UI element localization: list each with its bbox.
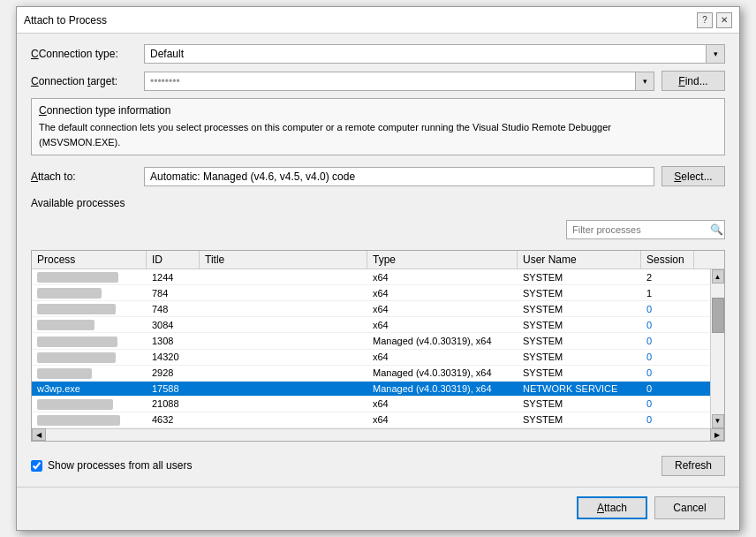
footer: Attach Cancel <box>17 487 739 530</box>
help-button[interactable]: ? <box>697 12 713 28</box>
td-process <box>32 269 147 284</box>
connection-target-row: Connection target: ▾ Find... <box>31 71 725 91</box>
col-header-type: Type <box>367 251 518 268</box>
dialog-title: Attach to Process <box>24 14 107 26</box>
table-row[interactable]: 21088 x64 SYSTEM 0 <box>32 397 710 412</box>
td-title <box>200 418 367 421</box>
td-process: w3wp.exe <box>32 382 147 396</box>
select-button[interactable]: Select... <box>662 166 725 186</box>
td-title <box>200 339 367 343</box>
filter-input[interactable] <box>566 220 725 239</box>
scroll-right-btn[interactable]: ▶ <box>710 428 724 441</box>
td-username: SYSTEM <box>518 318 641 332</box>
attach-to-label: Attach to: <box>31 170 137 183</box>
td-username: SYSTEM <box>518 286 641 300</box>
connection-target-input-wrapper: ▾ <box>144 72 654 91</box>
scroll-up-btn[interactable]: ▲ <box>712 269 724 284</box>
close-button[interactable]: ✕ <box>716 12 732 28</box>
td-username: SYSTEM <box>518 350 641 364</box>
td-type: x64 <box>367 397 518 411</box>
td-session: 1 <box>641 286 694 300</box>
td-process <box>32 333 147 348</box>
show-all-users-checkbox-label[interactable]: Show processes from all users <box>31 459 192 472</box>
td-id: 784 <box>147 286 200 300</box>
connection-target-input[interactable] <box>144 72 654 91</box>
table-header: Process ID Title Type User Name Session <box>32 251 724 269</box>
refresh-button[interactable]: Refresh <box>662 456 725 476</box>
cancel-button[interactable]: Cancel <box>654 496 725 519</box>
td-type: x64 <box>367 350 518 364</box>
col-header-title: Title <box>200 251 367 268</box>
bottom-row: Show processes from all users Refresh <box>31 456 725 476</box>
connection-info-box: Connection type information The default … <box>31 98 725 155</box>
td-session: 0 <box>641 412 694 427</box>
td-title <box>200 355 367 359</box>
connection-type-dropdown[interactable]: Default <box>144 44 725 64</box>
td-process <box>32 317 147 332</box>
td-type: x64 <box>367 270 518 284</box>
td-title <box>200 276 367 279</box>
show-all-users-checkbox[interactable] <box>31 460 42 472</box>
scroll-left-btn[interactable]: ◀ <box>32 428 46 441</box>
td-id: 2928 <box>147 366 200 380</box>
td-username: SYSTEM <box>518 366 641 380</box>
col-header-session: Session <box>641 251 694 268</box>
td-username: SYSTEM <box>518 334 641 348</box>
table-row[interactable]: 3084 x64 SYSTEM 0 <box>32 317 710 333</box>
connection-target-label: Connection target: <box>31 75 137 87</box>
table-scroll-wrapper: 1244 x64 SYSTEM 2 784 x64 SYSTEM 1 748 x… <box>32 269 724 428</box>
td-username: NETWORK SERVICE <box>518 382 641 396</box>
td-type: x64 <box>367 412 518 427</box>
table-row[interactable]: w3wp.exe 17588 Managed (v4.0.30319), x64… <box>32 382 710 397</box>
scrollbar[interactable]: ▲ ▼ <box>710 269 724 428</box>
td-username: SYSTEM <box>518 270 641 284</box>
table-row[interactable]: 4632 x64 SYSTEM 0 <box>32 412 710 428</box>
filter-input-wrapper: 🔍 <box>566 220 725 239</box>
table-row[interactable]: 748 x64 SYSTEM 0 <box>32 301 710 317</box>
connection-type-dropdown-wrapper: Default ▾ <box>144 44 725 64</box>
col-header-username: User Name <box>518 251 641 268</box>
td-process <box>32 350 147 365</box>
connection-type-label: CConnection type: <box>31 48 137 60</box>
scrollbar-thumb[interactable] <box>712 298 724 333</box>
available-processes-label: Available processes <box>31 197 725 209</box>
td-title <box>200 402 367 405</box>
search-icon: 🔍 <box>710 223 723 236</box>
attach-to-process-dialog: Attach to Process ? ✕ CConnection type: … <box>16 6 740 531</box>
show-all-users-label: Show processes from all users <box>48 459 192 472</box>
title-bar-controls: ? ✕ <box>697 12 732 28</box>
td-session: 0 <box>641 318 694 332</box>
dialog-body: CConnection type: Default ▾ Connection t… <box>17 34 739 487</box>
td-username: SYSTEM <box>518 302 641 316</box>
td-type: Managed (v4.0.30319), x64 <box>367 334 518 348</box>
td-id: 1308 <box>147 334 200 348</box>
td-id: 17588 <box>147 382 200 396</box>
td-process <box>32 366 147 381</box>
td-process <box>32 397 147 412</box>
col-header-process: Process <box>32 251 147 268</box>
table-row[interactable]: 1244 x64 SYSTEM 2 <box>32 269 710 285</box>
td-type: Managed (v4.0.30319), x64 <box>367 366 518 380</box>
horizontal-scrollbar[interactable]: ◀ ▶ <box>32 428 724 441</box>
td-process <box>32 301 147 316</box>
col-header-id: ID <box>147 251 200 268</box>
table-row[interactable]: 1308 Managed (v4.0.30319), x64 SYSTEM 0 <box>32 333 710 349</box>
table-row[interactable]: 14320 x64 SYSTEM 0 <box>32 350 710 366</box>
title-bar: Attach to Process ? ✕ <box>17 7 739 34</box>
attach-button[interactable]: Attach <box>577 496 647 519</box>
td-id: 21088 <box>147 397 200 411</box>
td-id: 4632 <box>147 412 200 427</box>
td-title <box>200 291 367 295</box>
attach-to-input[interactable] <box>144 167 654 186</box>
td-session: 0 <box>641 382 694 396</box>
td-type: x64 <box>367 302 518 316</box>
table-row[interactable]: 784 x64 SYSTEM 1 <box>32 285 710 301</box>
table-row[interactable]: 2928 Managed (v4.0.30319), x64 SYSTEM 0 <box>32 366 710 382</box>
filter-row: 🔍 <box>31 220 725 239</box>
find-button[interactable]: Find... <box>662 71 725 91</box>
td-session: 0 <box>641 366 694 380</box>
td-title <box>200 307 367 311</box>
td-session: 2 <box>641 270 694 284</box>
scroll-down-btn[interactable]: ▼ <box>712 414 724 428</box>
td-title <box>200 323 367 327</box>
